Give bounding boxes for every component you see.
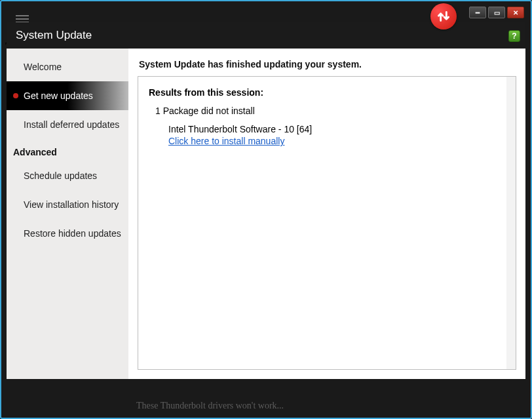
app-window: System Update ? Welcome Get new updates … — [7, 22, 525, 379]
up-down-arrows-icon — [435, 8, 452, 25]
close-button[interactable]: ✕ — [507, 7, 524, 18]
background-text-bottom: These Thunderbolt drivers won't work... — [136, 401, 284, 411]
sidebar-item-install-deferred[interactable]: Install deferred updates — [7, 110, 128, 139]
results-heading: Results from this session: — [149, 87, 505, 98]
sidebar-heading-advanced: Advanced — [7, 139, 128, 161]
help-icon[interactable]: ? — [508, 30, 520, 42]
results-summary: 1 Package did not install — [155, 106, 505, 116]
network-activity-icon[interactable] — [430, 3, 457, 30]
sidebar-item-restore-hidden[interactable]: Restore hidden updates — [7, 219, 128, 248]
maximize-button[interactable]: ▭ — [488, 7, 505, 18]
main-heading: System Update has finished updating your… — [139, 59, 516, 70]
sidebar: Welcome Get new updates Install deferred… — [7, 49, 128, 379]
content-panel: System Update has finished updating your… — [128, 49, 525, 379]
minimize-button[interactable]: ━ — [469, 7, 486, 18]
app-title: System Update — [16, 29, 92, 42]
sidebar-item-view-history[interactable]: View installation history — [7, 190, 128, 219]
package-name: Intel Thunderbolt Software - 10 [64] — [168, 124, 505, 134]
window-controls: ━ ▭ ✕ — [469, 7, 524, 18]
body-area: Welcome Get new updates Install deferred… — [7, 49, 525, 379]
sidebar-item-welcome[interactable]: Welcome — [7, 52, 128, 81]
hamburger-icon[interactable] — [16, 13, 29, 22]
sidebar-item-schedule-updates[interactable]: Schedule updates — [7, 161, 128, 190]
install-manually-link[interactable]: Click here to install manually — [168, 136, 505, 146]
sidebar-item-get-new-updates[interactable]: Get new updates — [7, 81, 128, 110]
results-box: Results from this session: 1 Package did… — [138, 76, 516, 370]
